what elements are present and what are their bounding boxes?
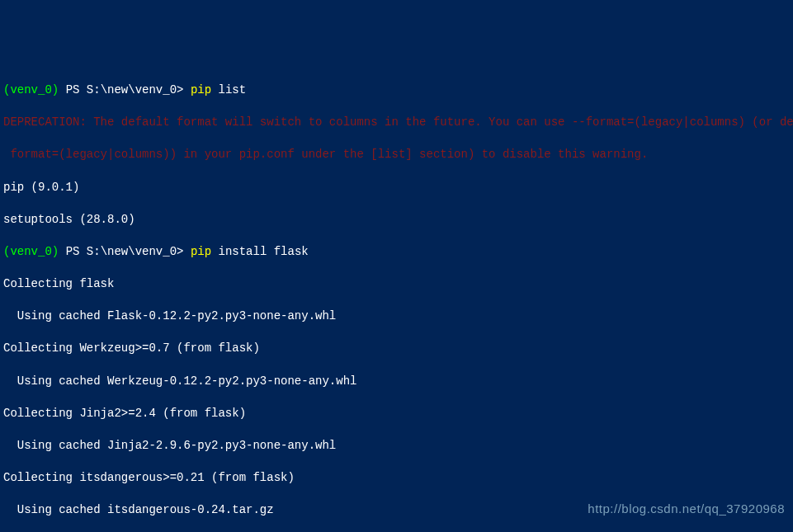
command-pip: pip — [191, 83, 211, 97]
pip-version: pip (9.0.1) — [3, 180, 790, 196]
path-label: S:\new\venv_0> — [87, 245, 184, 258]
prompt-line-1: (venv_0) PS S:\new\venv_0> pip list — [3, 82, 790, 99]
output-line: Collecting flask — [3, 276, 790, 293]
setuptools-version: setuptools (28.8.0) — [3, 212, 790, 228]
output-line: Collecting Werkzeug>=0.7 (from flask) — [3, 341, 790, 357]
deprecation-warning-2: format=(legacy|columns)) in your pip.con… — [3, 147, 790, 163]
output-line: Collecting itsdangerous>=0.21 (from flas… — [3, 470, 790, 487]
output-line: Collecting Jinja2>=2.4 (from flask) — [3, 406, 790, 422]
venv-label: (venv_0) — [3, 83, 59, 97]
terminal-output[interactable]: (venv_0) PS S:\new\venv_0> pip list DEPR… — [3, 66, 790, 532]
ps-label: PS — [66, 245, 80, 258]
watermark: http://blog.csdn.net/qq_37920968 — [588, 500, 785, 517]
command-args: list — [219, 83, 247, 97]
path-label: S:\new\venv_0> — [87, 83, 184, 97]
command-pip: pip — [191, 245, 211, 258]
prompt-line-2: (venv_0) PS S:\new\venv_0> pip install f… — [3, 244, 790, 261]
output-line: Using cached Jinja2-2.9.6-py2.py3-none-a… — [3, 438, 790, 454]
ps-label: PS — [66, 83, 80, 97]
output-line: Using cached Flask-0.12.2-py2.py3-none-a… — [3, 308, 790, 325]
command-args: install flask — [219, 245, 309, 258]
output-line: Using cached Werkzeug-0.12.2-py2.py3-non… — [3, 374, 790, 390]
deprecation-warning-1: DEPRECATION: The default format will swi… — [3, 115, 790, 131]
venv-label: (venv_0) — [3, 245, 59, 258]
